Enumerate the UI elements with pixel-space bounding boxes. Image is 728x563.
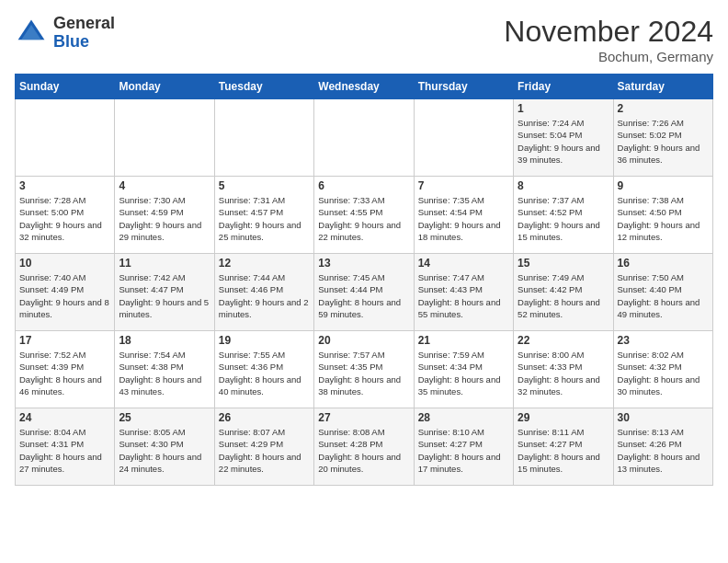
day-number: 12 — [219, 257, 310, 270]
calendar-cell: 1Sunrise: 7:24 AM Sunset: 5:04 PM Daylig… — [514, 99, 613, 177]
day-info: Sunrise: 7:44 AM Sunset: 4:46 PM Dayligh… — [219, 271, 310, 320]
calendar-cell: 11Sunrise: 7:42 AM Sunset: 4:47 PM Dayli… — [115, 254, 214, 331]
day-number: 17 — [19, 334, 110, 347]
day-number: 19 — [219, 334, 310, 347]
calendar-header: SundayMondayTuesdayWednesdayThursdayFrid… — [16, 75, 713, 99]
day-info: Sunrise: 8:07 AM Sunset: 4:29 PM Dayligh… — [219, 426, 310, 475]
day-number: 18 — [119, 334, 210, 347]
weekday-header: Monday — [115, 75, 214, 99]
day-number: 14 — [418, 257, 509, 270]
day-info: Sunrise: 8:08 AM Sunset: 4:28 PM Dayligh… — [318, 426, 409, 475]
title-section: November 2024 Bochum, Germany — [504, 15, 713, 64]
day-number: 1 — [518, 102, 609, 115]
day-number: 8 — [518, 179, 609, 192]
day-info: Sunrise: 7:57 AM Sunset: 4:35 PM Dayligh… — [318, 349, 409, 397]
day-info: Sunrise: 8:02 AM Sunset: 4:32 PM Dayligh… — [618, 349, 709, 397]
calendar-cell: 4Sunrise: 7:30 AM Sunset: 4:59 PM Daylig… — [115, 177, 214, 254]
day-info: Sunrise: 8:04 AM Sunset: 4:31 PM Dayligh… — [19, 426, 110, 475]
weekday-header: Sunday — [16, 75, 115, 99]
calendar-cell: 28Sunrise: 8:10 AM Sunset: 4:27 PM Dayli… — [414, 408, 513, 486]
day-info: Sunrise: 7:30 AM Sunset: 4:59 PM Dayligh… — [119, 194, 210, 243]
day-info: Sunrise: 8:00 AM Sunset: 4:33 PM Dayligh… — [518, 349, 609, 397]
logo-text: General Blue — [53, 15, 115, 52]
day-number: 27 — [318, 411, 409, 424]
day-number: 20 — [318, 334, 409, 347]
day-number: 15 — [518, 257, 609, 270]
calendar-cell: 19Sunrise: 7:55 AM Sunset: 4:36 PM Dayli… — [214, 331, 313, 408]
day-number: 10 — [19, 257, 110, 270]
day-info: Sunrise: 8:13 AM Sunset: 4:26 PM Dayligh… — [618, 426, 709, 475]
calendar-cell: 10Sunrise: 7:40 AM Sunset: 4:49 PM Dayli… — [16, 254, 115, 331]
calendar-cell: 13Sunrise: 7:45 AM Sunset: 4:44 PM Dayli… — [314, 254, 414, 331]
day-number: 4 — [119, 179, 210, 192]
day-info: Sunrise: 7:38 AM Sunset: 4:50 PM Dayligh… — [618, 194, 709, 243]
day-number: 11 — [119, 257, 210, 270]
day-info: Sunrise: 8:10 AM Sunset: 4:27 PM Dayligh… — [418, 426, 509, 475]
calendar-week-row: 10Sunrise: 7:40 AM Sunset: 4:49 PM Dayli… — [16, 254, 713, 331]
calendar-cell: 21Sunrise: 7:59 AM Sunset: 4:34 PM Dayli… — [414, 331, 513, 408]
weekday-header: Thursday — [414, 75, 513, 99]
day-number: 30 — [618, 411, 709, 424]
day-info: Sunrise: 7:45 AM Sunset: 4:44 PM Dayligh… — [318, 271, 409, 320]
weekday-header: Tuesday — [214, 75, 313, 99]
day-number: 23 — [618, 334, 709, 347]
day-info: Sunrise: 7:26 AM Sunset: 5:02 PM Dayligh… — [618, 117, 709, 166]
calendar-cell: 5Sunrise: 7:31 AM Sunset: 4:57 PM Daylig… — [214, 177, 313, 254]
calendar-cell: 17Sunrise: 7:52 AM Sunset: 4:39 PM Dayli… — [16, 331, 115, 408]
day-info: Sunrise: 7:28 AM Sunset: 5:00 PM Dayligh… — [19, 194, 110, 243]
day-info: Sunrise: 7:37 AM Sunset: 4:52 PM Dayligh… — [518, 194, 609, 243]
calendar-cell: 2Sunrise: 7:26 AM Sunset: 5:02 PM Daylig… — [613, 99, 712, 177]
day-info: Sunrise: 7:33 AM Sunset: 4:55 PM Dayligh… — [318, 194, 409, 243]
header-row: SundayMondayTuesdayWednesdayThursdayFrid… — [16, 75, 713, 99]
day-number: 28 — [418, 411, 509, 424]
calendar-cell: 12Sunrise: 7:44 AM Sunset: 4:46 PM Dayli… — [214, 254, 313, 331]
day-info: Sunrise: 7:55 AM Sunset: 4:36 PM Dayligh… — [219, 349, 310, 397]
day-number: 5 — [219, 179, 310, 192]
day-info: Sunrise: 7:49 AM Sunset: 4:42 PM Dayligh… — [518, 271, 609, 320]
day-info: Sunrise: 7:24 AM Sunset: 5:04 PM Dayligh… — [518, 117, 609, 166]
calendar-week-row: 1Sunrise: 7:24 AM Sunset: 5:04 PM Daylig… — [16, 99, 713, 177]
weekday-header: Saturday — [613, 75, 712, 99]
calendar-cell: 14Sunrise: 7:47 AM Sunset: 4:43 PM Dayli… — [414, 254, 513, 331]
calendar-cell: 8Sunrise: 7:37 AM Sunset: 4:52 PM Daylig… — [514, 177, 613, 254]
calendar-cell: 23Sunrise: 8:02 AM Sunset: 4:32 PM Dayli… — [613, 331, 712, 408]
day-number: 29 — [518, 411, 609, 424]
day-info: Sunrise: 8:11 AM Sunset: 4:27 PM Dayligh… — [518, 426, 609, 475]
calendar-week-row: 3Sunrise: 7:28 AM Sunset: 5:00 PM Daylig… — [16, 177, 713, 254]
day-info: Sunrise: 7:54 AM Sunset: 4:38 PM Dayligh… — [119, 349, 210, 397]
calendar-cell: 7Sunrise: 7:35 AM Sunset: 4:54 PM Daylig… — [414, 177, 513, 254]
weekday-header: Friday — [514, 75, 613, 99]
calendar-cell — [214, 99, 313, 177]
day-number: 3 — [19, 179, 110, 192]
day-number: 22 — [518, 334, 609, 347]
day-number: 6 — [318, 179, 409, 192]
day-info: Sunrise: 7:42 AM Sunset: 4:47 PM Dayligh… — [119, 271, 210, 320]
day-number: 26 — [219, 411, 310, 424]
day-number: 13 — [318, 257, 409, 270]
calendar-week-row: 17Sunrise: 7:52 AM Sunset: 4:39 PM Dayli… — [16, 331, 713, 408]
calendar-table: SundayMondayTuesdayWednesdayThursdayFrid… — [15, 74, 713, 486]
calendar-cell: 22Sunrise: 8:00 AM Sunset: 4:33 PM Dayli… — [514, 331, 613, 408]
calendar-cell: 26Sunrise: 8:07 AM Sunset: 4:29 PM Dayli… — [214, 408, 313, 486]
calendar-cell: 9Sunrise: 7:38 AM Sunset: 4:50 PM Daylig… — [613, 177, 712, 254]
day-info: Sunrise: 7:35 AM Sunset: 4:54 PM Dayligh… — [418, 194, 509, 243]
logo: General Blue — [15, 15, 115, 52]
day-number: 25 — [119, 411, 210, 424]
calendar-cell: 29Sunrise: 8:11 AM Sunset: 4:27 PM Dayli… — [514, 408, 613, 486]
day-number: 16 — [618, 257, 709, 270]
page-header: General Blue November 2024 Bochum, Germa… — [15, 15, 713, 64]
day-number: 24 — [19, 411, 110, 424]
calendar-cell — [414, 99, 513, 177]
calendar-cell: 6Sunrise: 7:33 AM Sunset: 4:55 PM Daylig… — [314, 177, 414, 254]
calendar-cell: 24Sunrise: 8:04 AM Sunset: 4:31 PM Dayli… — [16, 408, 115, 486]
logo-blue: Blue — [53, 33, 115, 52]
calendar-cell: 30Sunrise: 8:13 AM Sunset: 4:26 PM Dayli… — [613, 408, 712, 486]
day-info: Sunrise: 7:31 AM Sunset: 4:57 PM Dayligh… — [219, 194, 310, 243]
month-title: November 2024 — [504, 15, 713, 49]
calendar-cell: 3Sunrise: 7:28 AM Sunset: 5:00 PM Daylig… — [16, 177, 115, 254]
day-number: 2 — [618, 102, 709, 115]
location: Bochum, Germany — [504, 49, 713, 64]
calendar-cell — [115, 99, 214, 177]
logo-icon — [15, 17, 48, 50]
day-info: Sunrise: 8:05 AM Sunset: 4:30 PM Dayligh… — [119, 426, 210, 475]
